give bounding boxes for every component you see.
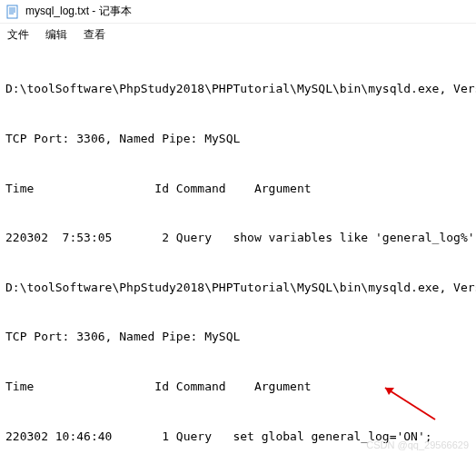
watermark: CSDN @qq_29566629 — [366, 439, 469, 450]
log-line: D:\toolSoftware\PhpStudy2018\PHPTutorial… — [5, 280, 471, 296]
menu-view[interactable]: 查看 — [84, 27, 105, 43]
text-content[interactable]: D:\toolSoftware\PhpStudy2018\PHPTutorial… — [0, 46, 476, 454]
log-line: Time Id Command Argument — [5, 181, 471, 197]
notepad-icon — [5, 5, 20, 19]
menu-edit[interactable]: 编辑 — [45, 27, 67, 43]
title-bar: mysql_log.txt - 记事本 — [0, 0, 476, 24]
log-line: Time Id Command Argument — [5, 379, 471, 395]
log-line: 220302 7:53:05 2 Query show variables li… — [5, 230, 471, 246]
log-line: D:\toolSoftware\PhpStudy2018\PHPTutorial… — [5, 81, 471, 97]
log-line: TCP Port: 3306, Named Pipe: MySQL — [5, 131, 471, 147]
menu-file[interactable]: 文件 — [7, 27, 29, 43]
log-line: TCP Port: 3306, Named Pipe: MySQL — [5, 329, 471, 345]
menu-bar: 文件 编辑 查看 — [0, 24, 476, 46]
window-title: mysql_log.txt - 记事本 — [25, 4, 132, 19]
